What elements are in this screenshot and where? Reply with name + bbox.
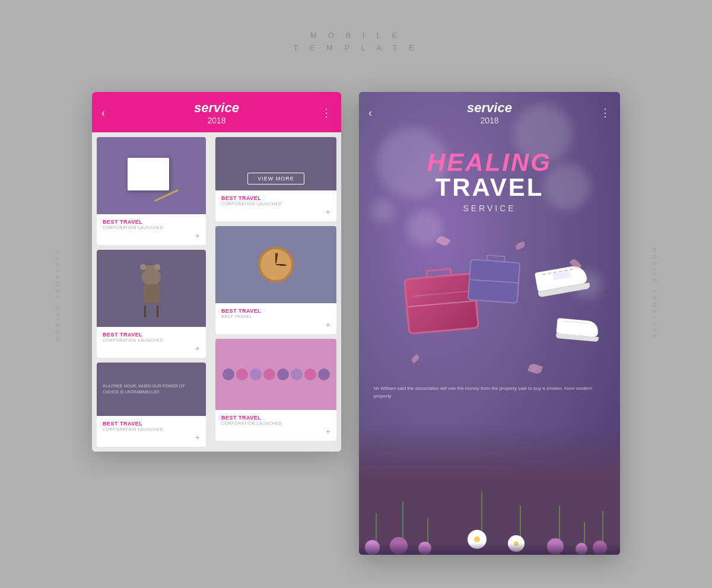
card-flowers-title: BEST TRAVEL <box>221 415 330 421</box>
back-button-right[interactable]: ‹ <box>368 107 372 119</box>
card-bear-plus[interactable]: + <box>103 344 200 353</box>
screen-right: ‹ service 2018 ⋮ HEALING TRAVEL SERVICE <box>359 92 620 555</box>
sneaker-icon <box>535 263 590 297</box>
card-clock-img <box>215 226 336 303</box>
screen-right-header: ‹ service 2018 ⋮ <box>359 92 620 132</box>
description-text: Mr William said the association will use… <box>359 385 620 401</box>
card-clock-info: BEST TRAVEL BEST TRAVEL + <box>215 303 336 334</box>
card-viewmore-sub: CORPORATION LAUNCHED <box>221 202 330 206</box>
flowers-icon <box>218 364 335 385</box>
screen-left: ‹ service 2018 ⋮ <box>92 92 341 452</box>
clock-icon <box>258 247 294 282</box>
card-viewmore-info: BEST TRAVEL CORPORATION LAUNCHED + <box>215 190 336 221</box>
card-viewmore: VIEW MORE BEST TRAVEL CORPORATION LAUNCH… <box>215 137 336 221</box>
screen-left-title: service 2018 <box>194 100 239 125</box>
flower-field <box>359 424 620 555</box>
card-flowers-info: BEST TRAVEL CORPORATION LAUNCHED + <box>215 410 336 441</box>
card-notebook: BEST TRAVEL CORPORATION LAUNCHED + <box>97 137 206 245</box>
page-header: M O B I L E T E M P L A T E <box>293 30 418 55</box>
card-flowers-img <box>215 339 336 410</box>
field-flower-white-1 <box>476 491 487 549</box>
sneaker-icon-2 <box>555 318 600 342</box>
field-ground <box>359 543 620 555</box>
card-notebook-img <box>97 137 206 214</box>
card-text-left: IN A FREE HOUR, WHEN OUR POWER OF CHOICE… <box>97 363 206 447</box>
year-text-left: 2018 <box>194 116 239 125</box>
view-more-button[interactable]: VIEW MORE <box>247 173 304 185</box>
header-line2: T E M P L A T E <box>293 42 418 55</box>
petal-1 <box>436 234 450 247</box>
hero-content: HEALING TRAVEL SERVICE <box>359 132 620 225</box>
notebook-icon <box>128 158 169 190</box>
year-text-right: 2018 <box>467 116 512 125</box>
card-flowers-plus[interactable]: + <box>221 427 330 436</box>
menu-button-right[interactable]: ⋮ <box>600 106 611 119</box>
bear-icon <box>142 265 161 317</box>
card-bear-title: BEST TRAVEL <box>103 332 200 338</box>
card-viewmore-plus[interactable]: + <box>221 207 330 217</box>
card-bear: BEST TRAVEL CORPORATION LAUNCHED + <box>97 250 206 358</box>
card-notebook-sub: CORPORATION LAUNCHED <box>103 225 200 230</box>
service-hero-label: SERVICE <box>371 204 608 213</box>
col-left: BEST TRAVEL CORPORATION LAUNCHED + <box>92 132 211 452</box>
card-text-plus[interactable]: + <box>103 433 200 442</box>
service-text-right: service <box>467 100 512 116</box>
card-flowers-sub: CORPORATION LAUNCHED <box>221 421 330 425</box>
screen-right-title: service 2018 <box>467 100 512 125</box>
petal-4 <box>411 354 421 364</box>
card-viewmore-title: BEST TRAVEL <box>221 195 330 201</box>
screen-left-content: BEST TRAVEL CORPORATION LAUNCHED + <box>92 132 341 452</box>
service-text-left: service <box>194 100 239 116</box>
card-bear-sub: CORPORATION LAUNCHED <box>103 338 200 342</box>
suitcase-small <box>467 259 520 304</box>
petal-2 <box>515 241 526 250</box>
card-clock-title: BEST TRAVEL <box>221 308 330 314</box>
card-text-title: BEST TRAVEL <box>103 421 200 427</box>
card-text-info: BEST TRAVEL CORPORATION LAUNCHED + <box>97 416 206 447</box>
header-line1: M O B I L E <box>293 30 418 42</box>
col-right: VIEW MORE BEST TRAVEL CORPORATION LAUNCH… <box>211 132 341 452</box>
card-viewmore-img: VIEW MORE <box>215 137 336 190</box>
card-clock-plus[interactable]: + <box>221 320 330 329</box>
card-bear-img <box>97 250 206 327</box>
healing-text: HEALING <box>371 150 608 175</box>
watermark-right: MOBILE TEMPLATE <box>651 247 657 341</box>
back-button-left[interactable]: ‹ <box>101 107 105 119</box>
card-text-bg: IN A FREE HOUR, WHEN OUR POWER OF CHOICE… <box>97 363 206 416</box>
screen-left-header: ‹ service 2018 ⋮ <box>92 92 341 132</box>
illustration-area <box>359 231 620 379</box>
card-notebook-info: BEST TRAVEL CORPORATION LAUNCHED + <box>97 214 206 245</box>
card-notebook-plus[interactable]: + <box>103 231 200 240</box>
menu-button-left[interactable]: ⋮ <box>321 106 332 119</box>
card-flowers: BEST TRAVEL CORPORATION LAUNCHED + <box>215 339 336 441</box>
card-text-sub: CORPORATION LAUNCHED <box>103 427 200 431</box>
card-notebook-title: BEST TRAVEL <box>103 219 200 225</box>
travel-text: TRAVEL <box>371 175 608 200</box>
card-clock: BEST TRAVEL BEST TRAVEL + <box>215 226 336 334</box>
watermark-left: MOBILE TEMPLATE <box>55 247 61 341</box>
petal-5 <box>527 363 543 376</box>
card-text-content: IN A FREE HOUR, WHEN OUR POWER OF CHOICE… <box>103 383 200 396</box>
card-clock-sub: BEST TRAVEL <box>221 314 330 319</box>
screens-container: ‹ service 2018 ⋮ <box>92 92 620 555</box>
card-bear-info: BEST TRAVEL CORPORATION LAUNCHED + <box>97 327 206 358</box>
